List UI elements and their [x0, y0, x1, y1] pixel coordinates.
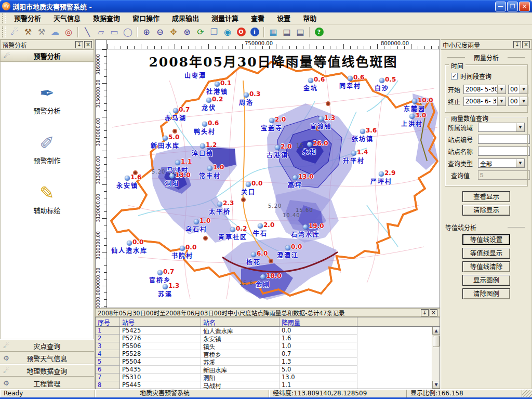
- stop-icon[interactable]: O: [235, 26, 247, 38]
- table-row[interactable]: 2P5276永安镇1.6: [96, 335, 432, 342]
- basin-dropdown-icon[interactable]: ▼: [516, 123, 524, 131]
- basin-select[interactable]: ▼: [478, 123, 525, 132]
- zoom-extent-icon[interactable]: ⊛: [181, 26, 193, 38]
- maximize-button[interactable]: ❐: [507, 2, 518, 11]
- sidebar-item-3[interactable]: ✎辅助标绘: [16, 174, 78, 223]
- menu-item-2[interactable]: 天气信息: [47, 12, 87, 24]
- nav-item-3[interactable]: ☄地理数据查询: [0, 364, 94, 377]
- query-type-select[interactable]: 全部 ▼: [478, 158, 525, 168]
- station-name-label: 山枣潭: [184, 71, 206, 79]
- left-panel-close-icon[interactable]: ×: [84, 41, 92, 48]
- aux-plot-icon[interactable]: ⚒: [35, 26, 48, 38]
- cloud-icon[interactable]: ☁: [49, 26, 61, 38]
- station-dot-icon: [292, 175, 298, 180]
- menu-item-4[interactable]: 窗口操作: [126, 12, 166, 24]
- refresh-icon[interactable]: ⟳: [194, 26, 207, 38]
- start-date-dropdown-icon[interactable]: ▼: [497, 85, 506, 94]
- contour-setting-button[interactable]: 等值线设置: [462, 234, 510, 245]
- zoom-in-icon[interactable]: ⊕: [140, 26, 153, 38]
- end-hour-dropdown-icon[interactable]: ▼: [520, 97, 528, 105]
- station-name-label: 升平村: [343, 156, 365, 165]
- table-cell: 1.6: [280, 335, 357, 342]
- query-type-dropdown-icon[interactable]: ▼: [516, 159, 524, 167]
- scroll-up-icon[interactable]: ▲: [432, 327, 440, 335]
- toolbar-grip[interactable]: [2, 26, 6, 38]
- table-scrollbar[interactable]: ▲ ▼: [432, 327, 440, 389]
- contour-clear-button[interactable]: 等值线清除: [462, 261, 510, 272]
- view-display-button[interactable]: 查看显示: [462, 191, 510, 202]
- print-icon[interactable]: ▤: [281, 26, 293, 38]
- info-icon[interactable]: i: [248, 26, 261, 38]
- column-header-3[interactable]: 站名: [201, 317, 280, 326]
- polygon-tool-icon[interactable]: ▱: [95, 26, 107, 38]
- menu-item-8[interactable]: 设置: [271, 12, 297, 24]
- menu-item-7[interactable]: 查看: [245, 12, 271, 24]
- scroll-down-icon[interactable]: ▼: [432, 381, 440, 389]
- menu-item-6[interactable]: 测量计算: [205, 12, 245, 24]
- left-panel-pin-icon[interactable]: ↧: [75, 41, 83, 48]
- start-date-select[interactable]: 2008- 5-30 ▼: [463, 85, 506, 94]
- table-row[interactable]: 7P5310洞阳13.0: [96, 374, 432, 381]
- start-hour-select[interactable]: 00 ▼: [508, 85, 528, 94]
- map-canvas[interactable]: 2008年05月30日降雨量等值线色斑图 5.2010.4155.2015.60…: [107, 49, 440, 308]
- table-row[interactable]: 1P5425仙人造水库0.0: [96, 327, 432, 335]
- menu-item-9[interactable]: 帮助: [297, 12, 323, 24]
- close-button[interactable]: ✕: [519, 2, 530, 11]
- zoom-out-icon[interactable]: ⊖: [154, 26, 166, 38]
- table-row[interactable]: 3P5506镇头1.0: [96, 342, 432, 350]
- left-panel-header[interactable]: ☄ 预警分析: [0, 50, 94, 62]
- clear-display-button[interactable]: 清除显示: [462, 205, 510, 216]
- column-header-2[interactable]: 站号: [120, 317, 201, 326]
- menu-item-5[interactable]: 成果输出: [166, 12, 205, 24]
- globe-icon[interactable]: ◉: [221, 26, 234, 38]
- scroll-thumb[interactable]: [433, 336, 440, 347]
- column-header-1[interactable]: 序号: [96, 317, 120, 326]
- station-rainfall-value: 0.0: [185, 244, 196, 251]
- right-panel-close-icon[interactable]: ×: [522, 41, 530, 48]
- copy-map-icon[interactable]: ❐: [208, 26, 220, 38]
- end-date-select[interactable]: 2008- 6- 3 ▼: [463, 97, 506, 106]
- map-title: 2008年05月30日降雨量等值线色斑图: [149, 51, 397, 70]
- table-row[interactable]: 8P5445马战村1.1: [96, 381, 432, 389]
- locate-target-icon[interactable]: ◎: [62, 26, 75, 38]
- nav-item-4[interactable]: ⚙工程管理: [0, 377, 94, 389]
- line-tool-icon[interactable]: ╲: [81, 26, 94, 38]
- menu-item-1[interactable]: 预警分析: [8, 12, 47, 24]
- nav-item-2[interactable]: ⚙预警天气信息: [0, 352, 94, 364]
- resize-grip[interactable]: [522, 390, 532, 397]
- warning-make-icon[interactable]: ⚒: [22, 26, 34, 38]
- pan-icon[interactable]: ✥: [167, 26, 180, 38]
- station-no-input[interactable]: [478, 135, 530, 144]
- bottom-panel-pin-icon[interactable]: ↧: [421, 309, 429, 316]
- ellipse-tool-icon[interactable]: ◯: [122, 26, 134, 38]
- station-name-label: 书院村: [171, 251, 193, 260]
- right-panel-pin-icon[interactable]: ↧: [513, 41, 521, 48]
- time-range-checkbox[interactable]: ✓: [451, 73, 458, 79]
- show-legend-button[interactable]: 显示图例: [462, 275, 510, 286]
- table-row[interactable]: 5P5504苏溪1.3: [96, 358, 432, 366]
- rectangle-tool-icon[interactable]: ▭: [108, 26, 121, 38]
- table-row[interactable]: 6P5435新田水库5.0: [96, 366, 432, 374]
- table-cell: 官桥乡: [201, 350, 280, 358]
- menu-grip[interactable]: [2, 14, 6, 23]
- clear-legend-button[interactable]: 清除图例: [462, 288, 510, 299]
- sidebar-item-2[interactable]: ✐预警制作: [16, 124, 78, 174]
- station-name-input[interactable]: [478, 147, 530, 156]
- nav-item-1[interactable]: ☄灾点查询: [0, 339, 94, 352]
- contour-show-button[interactable]: 等值线显示: [462, 248, 510, 259]
- start-hour-dropdown-icon[interactable]: ▼: [520, 85, 528, 94]
- table-row[interactable]: 4P5528官桥乡0.7: [96, 350, 432, 358]
- menu-item-3[interactable]: 数据查询: [87, 12, 126, 24]
- station-name-label: 站点名称: [448, 147, 478, 156]
- end-hour-select[interactable]: 00 ▼: [508, 97, 528, 106]
- end-date-dropdown-icon[interactable]: ▼: [497, 97, 506, 105]
- warning-analysis-icon[interactable]: ☄: [8, 26, 21, 38]
- bottom-panel-close-icon[interactable]: ×: [430, 309, 437, 316]
- print-preview-icon[interactable]: ▤: [294, 26, 307, 38]
- sidebar-item-1[interactable]: ✒预警分析: [16, 74, 78, 124]
- minimize-button[interactable]: —: [495, 2, 506, 11]
- toolbar-separator: [309, 27, 310, 37]
- map-image-icon[interactable]: ▦: [267, 26, 280, 38]
- help-icon[interactable]: ?: [313, 26, 325, 38]
- column-header-4[interactable]: 降雨量: [280, 317, 357, 326]
